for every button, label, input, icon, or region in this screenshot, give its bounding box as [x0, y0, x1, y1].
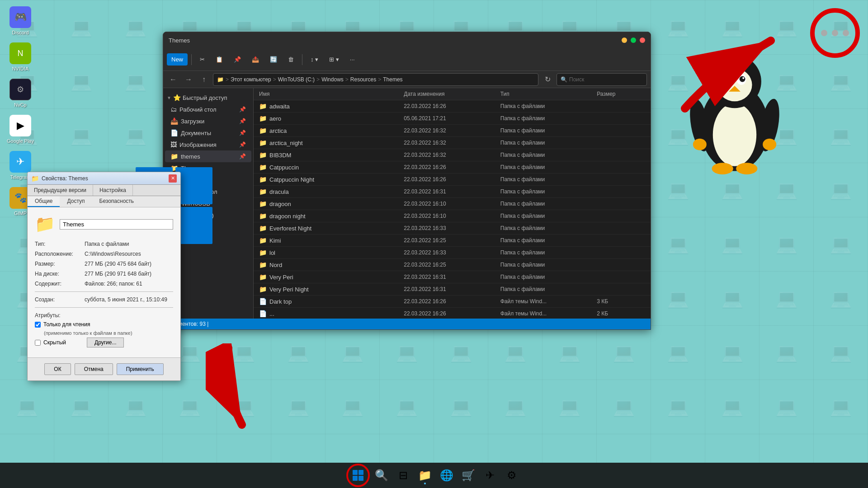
start-button-circle[interactable]: [346, 464, 370, 487]
path-segment-computer-label[interactable]: Этот компьютер: [231, 76, 271, 83]
explorer-title: Themes: [169, 37, 190, 44]
taskbar-search[interactable]: 🔍: [372, 465, 392, 485]
sidebar-item-downloads[interactable]: 📥 Загрузки 📌: [165, 115, 251, 127]
table-row[interactable]: 📁 Everforest Night 22.03.2022 16:33 Папк…: [254, 222, 651, 235]
table-row[interactable]: 📁 dragoon night 22.03.2022 16:10 Папка с…: [254, 210, 651, 222]
dialog-folder-name-input[interactable]: [60, 219, 173, 230]
taskbar-explorer[interactable]: 📁: [415, 465, 435, 485]
desktop-icon-nvcp[interactable]: ⚙ NvCp: [5, 77, 36, 109]
file-name-text: dragoon: [269, 201, 291, 207]
other-button[interactable]: Другие...: [87, 338, 124, 347]
dialog-tabs-row2: Общие Доступ Безопасность: [28, 196, 180, 207]
dialog-buttons: ОК Отмена Применить: [28, 357, 180, 380]
path-segment-computer[interactable]: 📁: [217, 76, 224, 83]
desktop-icon-nvidia[interactable]: N NVIDIA: [5, 41, 36, 73]
up-button[interactable]: ↑: [198, 73, 210, 86]
sidebar-item-documents[interactable]: 📄 Документы 📌: [165, 127, 251, 139]
close-button[interactable]: [640, 38, 645, 43]
table-row[interactable]: 📁 dragoon 22.03.2022 16:10 Папка с файла…: [254, 198, 651, 210]
sidebar-quickaccess-header[interactable]: ▼ ⭐ Быстрый доступ: [163, 92, 253, 103]
sidebar-item-themes-lower[interactable]: 📁 themes 📌: [165, 150, 251, 162]
search-box[interactable]: 🔍 Поиск: [557, 73, 647, 86]
taskbar-settings[interactable]: ⚙: [502, 465, 522, 485]
file-name-cell: 📄 ...: [259, 310, 404, 317]
col-name-header[interactable]: Имя: [259, 91, 404, 97]
taskbar-store[interactable]: 🛒: [458, 465, 478, 485]
cancel-button[interactable]: Отмена: [75, 363, 113, 375]
path-segment-windows[interactable]: Windows: [321, 76, 344, 83]
desktop-icon-discord[interactable]: 🎮 Discord: [5, 5, 36, 37]
table-row[interactable]: 📁 aero 05.06.2021 17:21 Папка с файлами: [254, 113, 651, 125]
refresh-addr-button[interactable]: ↻: [541, 73, 554, 86]
share-button[interactable]: 📤: [247, 53, 264, 66]
taskbar-taskview[interactable]: ⊟: [393, 465, 413, 485]
dialog-created-row: Создан: суббота, 5 июня 2021 г., 15:10:4…: [35, 296, 173, 303]
taskbar-edge[interactable]: 🌐: [437, 465, 457, 485]
file-name-cell: 📁 Kimi: [259, 237, 404, 244]
table-row[interactable]: 📁 Catppuccin Night 22.03.2022 16:26 Папк…: [254, 174, 651, 186]
hidden-checkbox[interactable]: [35, 340, 41, 346]
table-row[interactable]: 📁 arctica 22.03.2022 16:32 Папка с файла…: [254, 125, 651, 137]
pin-icon-4: 📌: [239, 141, 246, 148]
new-button[interactable]: New: [167, 53, 188, 66]
images-folder-icon: 🖼: [170, 141, 177, 148]
col-size-header[interactable]: Размер: [597, 91, 645, 97]
file-name-cell: 📁 arctica_night: [259, 139, 404, 146]
sort-button[interactable]: ↕ ▾: [306, 53, 323, 66]
table-row[interactable]: 📁 lol 22.03.2022 16:33 Папка с файлами: [254, 247, 651, 259]
dialog-big-folder-icon: 📁: [35, 215, 55, 234]
explorer-content: ▼ ⭐ Быстрый доступ 🗂 Рабочий стол 📌 📥 За…: [163, 88, 651, 319]
back-button[interactable]: ←: [167, 73, 179, 86]
cut-button[interactable]: ✂: [195, 53, 209, 66]
file-name-cell: 📁 dracula: [259, 188, 404, 195]
ok-button[interactable]: ОК: [44, 363, 71, 375]
table-row[interactable]: 📄 ... 22.03.2022 16:26 Файл темы Wind...…: [254, 308, 651, 319]
dialog-close-button[interactable]: ✕: [169, 174, 177, 183]
apply-button[interactable]: Применить: [117, 363, 164, 375]
desktop-icon-google[interactable]: ▶ Google Play: [5, 113, 36, 145]
dialog-tab-access[interactable]: Доступ: [60, 196, 92, 207]
table-row[interactable]: 📁 Catppuccin 22.03.2022 16:26 Папка с фа…: [254, 161, 651, 174]
table-row[interactable]: 📁 Very Peri 22.03.2022 16:31 Папка с фай…: [254, 271, 651, 283]
copy-button[interactable]: 📋: [211, 53, 227, 66]
discord-icon: 🎮: [9, 6, 31, 28]
hidden-label: Скрытый: [43, 339, 66, 346]
view-button[interactable]: ⊞ ▾: [325, 53, 344, 66]
dialog-type-value: Папка с файлами: [85, 241, 129, 247]
table-row[interactable]: 📁 dracula 22.03.2022 16:31 Папка с файла…: [254, 186, 651, 198]
dialog-tab-settings[interactable]: Настройка: [93, 185, 133, 196]
more-button[interactable]: ···: [345, 53, 359, 66]
col-date-header[interactable]: Дата изменения: [404, 91, 500, 97]
table-row[interactable]: 📁 Kimi 22.03.2022 16:25 Папка с файлами: [254, 235, 651, 247]
dialog-tab-prev-versions[interactable]: Предыдущие версии: [28, 185, 93, 196]
file-name-text: aero: [269, 115, 281, 122]
readonly-checkbox[interactable]: [35, 322, 41, 328]
file-type-cell: Папка с файлами: [500, 249, 597, 256]
dialog-tab-general[interactable]: Общие: [28, 196, 60, 207]
dialog-tab-security[interactable]: Безопасность: [92, 196, 142, 207]
forward-button[interactable]: →: [182, 73, 195, 86]
table-row[interactable]: 📁 Very Peri Night 22.03.2022 16:31 Папка…: [254, 283, 651, 296]
minimize-button[interactable]: [622, 38, 627, 43]
address-path[interactable]: 📁 > Этот компьютер > WinToUSB (C:) > Win…: [213, 73, 538, 86]
delete-button[interactable]: 🗑: [283, 53, 298, 66]
sidebar-item-images[interactable]: 🖼 Изображения 📌: [165, 139, 251, 150]
path-segment-themes[interactable]: Themes: [383, 76, 402, 83]
path-segment-resources[interactable]: Resources: [350, 76, 376, 83]
maximize-button[interactable]: [631, 38, 636, 43]
table-row[interactable]: 📁 arctica_night 22.03.2022 16:32 Папка с…: [254, 137, 651, 149]
table-row[interactable]: 📄 Dark top 22.03.2022 16:26 Файл темы Wi…: [254, 296, 651, 308]
pin-button[interactable]: 📌: [229, 53, 245, 66]
table-row[interactable]: 📁 Nord 22.03.2022 16:25 Папка с файлами: [254, 259, 651, 271]
table-row[interactable]: 📁 BIB3DM 22.03.2022 16:32 Папка с файлам…: [254, 149, 651, 161]
path-segment-wintousb[interactable]: WinToUSB (C:): [278, 76, 315, 83]
file-type-cell: Файл темы Wind...: [500, 310, 597, 317]
file-date-cell: 22.03.2022 16:10: [404, 213, 500, 219]
table-row[interactable]: 📁 adwaita 22.03.2022 16:26 Папка с файла…: [254, 100, 651, 113]
sidebar-item-desktop[interactable]: 🗂 Рабочий стол 📌: [165, 103, 251, 115]
file-date-cell: 22.03.2022 16:10: [404, 201, 500, 207]
col-type-header[interactable]: Тип: [500, 91, 597, 97]
refresh-button[interactable]: 🔄: [265, 53, 282, 66]
taskbar-telegram[interactable]: ✈: [480, 465, 500, 485]
file-name-cell: 📁 dragoon: [259, 200, 404, 207]
